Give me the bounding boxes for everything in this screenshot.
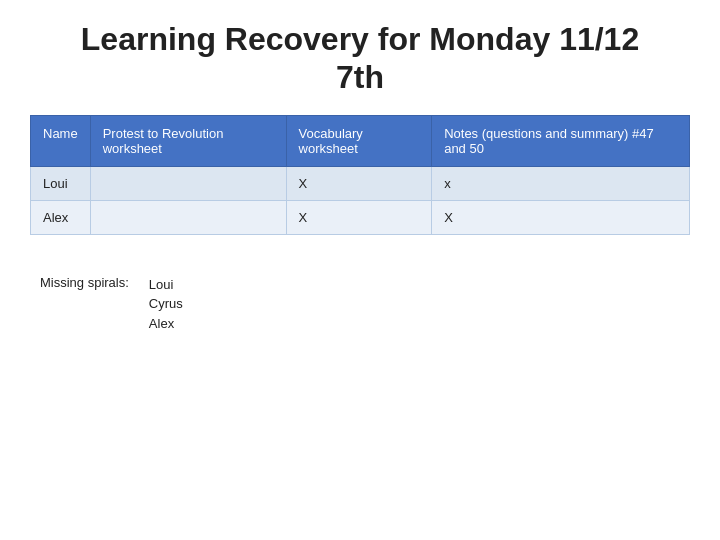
bottom-section: Missing spirals: LouiCyrusAlex [30,275,690,334]
col-header-vocab: Vocabulary worksheet [286,115,432,166]
title-line1: Learning Recovery for Monday 11/12 [81,21,639,57]
table-row: AlexXX [31,200,690,234]
col-header-notes: Notes (questions and summary) #47 and 50 [432,115,690,166]
table-row: LouiXx [31,166,690,200]
page-title: Learning Recovery for Monday 11/12 7th [30,20,690,97]
col-header-name: Name [31,115,91,166]
table-header-row: Name Protest to Revolution worksheet Voc… [31,115,690,166]
col-header-protest: Protest to Revolution worksheet [90,115,286,166]
missing-names: LouiCyrusAlex [149,275,183,334]
assignment-table: Name Protest to Revolution worksheet Voc… [30,115,690,235]
title-line2: 7th [336,59,384,95]
missing-label: Missing spirals: [40,275,129,290]
